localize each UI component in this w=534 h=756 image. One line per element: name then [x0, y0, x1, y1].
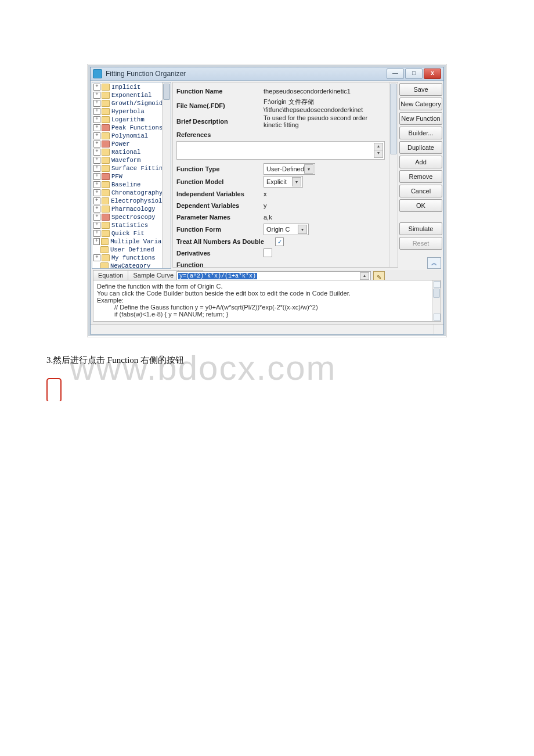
titlebar: Fitting Function Organizer — □ x: [91, 67, 443, 81]
tree-item[interactable]: Surface Fitting: [93, 164, 171, 172]
folder-icon: [102, 230, 110, 237]
folder-icon: [102, 141, 110, 147]
expand-toggle-icon[interactable]: [93, 238, 100, 245]
cancel-button[interactable]: Cancel: [399, 185, 442, 197]
simulate-button[interactable]: Simulate: [399, 222, 442, 235]
folder-icon: [102, 173, 110, 180]
tree-item-label: Peak Functions: [111, 124, 163, 132]
tree-item-label: Exponential: [111, 91, 151, 99]
expand-toggle-icon[interactable]: [93, 222, 100, 229]
tree-item[interactable]: User Defined: [93, 246, 171, 254]
tree-item[interactable]: Statistics: [93, 221, 171, 229]
expand-toggle-icon[interactable]: [93, 206, 100, 213]
expand-toggle-icon[interactable]: [93, 173, 100, 180]
expand-toggle-icon[interactable]: [93, 165, 100, 172]
tree-item[interactable]: Pharmacology: [93, 205, 171, 213]
tree-item[interactable]: Logarithm: [93, 116, 171, 124]
fitting-function-organizer-window: Fitting Function Organizer — □ x Implici…: [90, 67, 444, 334]
tree-item[interactable]: Polynomial: [93, 132, 171, 140]
expand-toggle-icon[interactable]: [93, 141, 100, 147]
builder-button[interactable]: Builder...: [399, 127, 442, 139]
new-category-button[interactable]: New Category: [399, 98, 442, 110]
folder-icon: [101, 238, 109, 245]
tree-scrollbar[interactable]: [162, 82, 171, 268]
close-button[interactable]: x: [424, 69, 441, 79]
function-model-select[interactable]: Explicit ▾: [264, 176, 303, 188]
expand-toggle-icon[interactable]: [93, 132, 100, 139]
function-name-value[interactable]: thepseudosecondorderkinetic1: [264, 88, 394, 95]
add-button[interactable]: Add: [399, 156, 442, 168]
expand-toggle-icon[interactable]: [93, 189, 100, 196]
function-form-select[interactable]: Origin C ▾: [264, 224, 309, 235]
duplicate-button[interactable]: Duplicate: [399, 141, 442, 154]
expand-toggle-icon[interactable]: [93, 92, 100, 99]
tree-item[interactable]: Rational: [93, 148, 171, 156]
expand-toggle-icon[interactable]: [93, 181, 100, 188]
expand-toggle-icon[interactable]: [93, 124, 100, 131]
tab-sample-curve[interactable]: Sample Curve: [128, 270, 179, 280]
highlight-annotation: [46, 378, 62, 401]
expand-toggle-icon[interactable]: [93, 254, 100, 261]
step-text: 然后进行点击 Function 右侧的按钮: [53, 355, 184, 365]
dependent-variables-value[interactable]: y: [264, 202, 394, 209]
tree-item-label: Hyperbola: [111, 107, 145, 116]
tab-equation[interactable]: Equation: [93, 270, 128, 280]
tree-item[interactable]: Exponential: [93, 91, 171, 99]
new-function-button[interactable]: New Function: [399, 112, 442, 125]
brief-description-label: Brief Description: [176, 118, 264, 125]
tree-item[interactable]: Chromatography: [93, 189, 171, 197]
remove-button[interactable]: Remove: [399, 170, 442, 183]
tree-item[interactable]: Peak Functions: [93, 124, 171, 132]
function-type-select[interactable]: User-Defined ▾: [264, 163, 315, 175]
treat-all-numbers-checkbox[interactable]: [275, 237, 284, 246]
expand-toggle-icon[interactable]: [93, 84, 100, 91]
tree-item[interactable]: Multiple Variables: [93, 237, 171, 246]
tree-item[interactable]: Waveform: [93, 156, 171, 164]
expand-toggle-icon[interactable]: [93, 149, 100, 156]
expand-toggle-icon[interactable]: [93, 197, 100, 204]
tree-item[interactable]: Quick Fit: [93, 229, 171, 237]
references-input[interactable]: ▴ ▾: [176, 141, 385, 160]
tree-item[interactable]: Hyperbola: [93, 107, 171, 116]
expand-toggle-icon[interactable]: [93, 108, 100, 115]
tree-item[interactable]: Electrophysiology: [93, 197, 171, 205]
tree-item[interactable]: Baseline: [93, 181, 171, 189]
folder-icon: [102, 165, 110, 172]
expand-toggle-icon[interactable]: [93, 214, 100, 221]
expand-toggle-icon: [93, 247, 99, 253]
expand-toggle-icon[interactable]: [93, 157, 100, 164]
function-model-label: Function Model: [176, 178, 264, 185]
category-tree[interactable]: ImplicitExponentialGrowth/SigmoidalHyper…: [92, 82, 171, 269]
expand-toggle-icon[interactable]: [93, 100, 100, 107]
tree-item[interactable]: Spectroscopy: [93, 213, 171, 221]
tree-item[interactable]: NewCategory: [93, 262, 171, 269]
minimize-button[interactable]: —: [387, 69, 404, 79]
collapse-toggle[interactable]: ︽: [427, 257, 441, 269]
scroll-up-icon[interactable]: [434, 281, 441, 288]
tree-item[interactable]: Power: [93, 140, 171, 148]
expand-toggle-icon[interactable]: [93, 116, 100, 123]
parameter-names-value[interactable]: a,k: [264, 214, 394, 221]
derivatives-checkbox[interactable]: [264, 249, 272, 257]
tree-item-label: Pharmacology: [111, 205, 156, 213]
reset-button[interactable]: Reset: [399, 237, 442, 250]
hints-scrollbar[interactable]: [432, 280, 441, 321]
scroll-down-icon[interactable]: [434, 314, 441, 321]
tree-item[interactable]: Growth/Sigmoidal: [93, 99, 171, 107]
function-type-value: User-Defined: [266, 165, 304, 172]
expand-toggle-icon[interactable]: [93, 230, 100, 237]
ok-button[interactable]: OK: [399, 199, 442, 212]
independent-variables-value[interactable]: x: [264, 190, 394, 197]
form-scrollbar[interactable]: [389, 82, 398, 267]
save-button[interactable]: Save: [399, 83, 442, 96]
maximize-button[interactable]: □: [405, 69, 423, 79]
tree-item-label: Spectroscopy: [111, 213, 156, 221]
brief-description-value[interactable]: To used for the pseudo second order kine…: [264, 114, 394, 128]
tree-item[interactable]: My functions: [93, 254, 171, 262]
tree-item[interactable]: Implicit: [93, 83, 171, 91]
tree-item[interactable]: PFW: [93, 172, 171, 181]
treat-all-numbers-label: Treat All Numbers As Double: [176, 238, 275, 245]
hints-line: Example:: [97, 297, 437, 304]
tree-item-label: Surface Fitting: [111, 164, 167, 172]
scroll-down-icon[interactable]: ▾: [374, 150, 383, 158]
